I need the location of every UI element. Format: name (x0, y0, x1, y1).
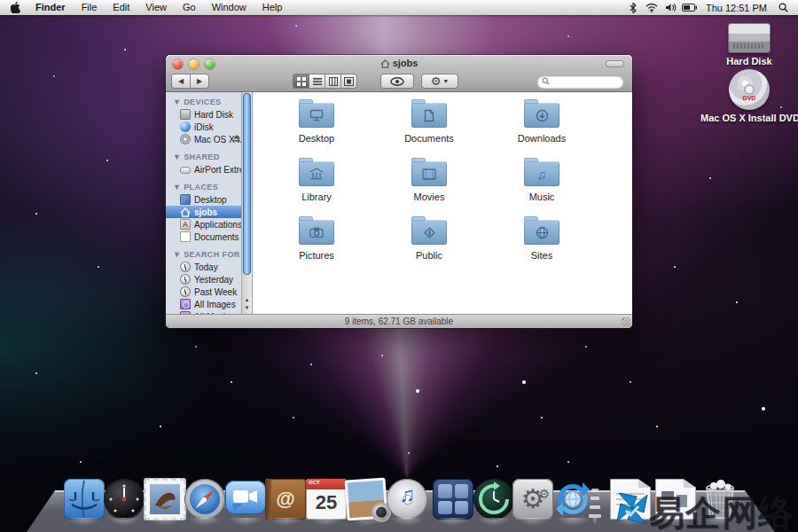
sidebar-item-today[interactable]: Today (166, 261, 242, 273)
eject-icon[interactable] (233, 134, 240, 144)
dock-item-itunes[interactable]: ♫ (387, 479, 427, 520)
library-folder-icon (299, 161, 334, 186)
desktop-icon-label: Mac OS X Install DVD (700, 113, 798, 123)
dock-item-downloads-stack[interactable] (655, 479, 696, 520)
menu-view[interactable]: View (137, 0, 175, 15)
action-menu-button[interactable]: ⚙▼ (421, 74, 458, 89)
idisk-icon (180, 121, 191, 132)
menu-file[interactable]: File (74, 0, 106, 15)
spotlight-icon[interactable] (776, 0, 791, 15)
sidebar-item-hard-disk[interactable]: Hard Disk (166, 108, 242, 121)
menu-finder[interactable]: Finder (27, 0, 74, 15)
sidebar-item-documents[interactable]: Documents (166, 231, 242, 243)
sidebar-item-label: iDisk (194, 122, 214, 132)
menu-edit[interactable]: Edit (105, 0, 137, 15)
sidebar-item-applications[interactable]: AApplications (166, 218, 242, 231)
volume-icon[interactable] (663, 0, 678, 15)
dock-item-mail[interactable] (145, 479, 185, 520)
sidebar-item-label: Yesterday (194, 275, 233, 285)
desktop-icon-hard-disk[interactable]: Hard Disk (700, 23, 798, 66)
dock-item-address-book[interactable]: @ (265, 479, 306, 520)
column-view-button[interactable] (325, 74, 341, 89)
toolbar-toggle-pill[interactable] (606, 60, 624, 67)
coverflow-view-button[interactable] (340, 74, 357, 89)
dvd-disc-icon: DVD (729, 69, 770, 110)
desktop-icon-install-dvd[interactable]: DVD Mac OS X Install DVD (700, 69, 798, 123)
folder-public[interactable]: Public (387, 216, 472, 261)
status-text: 9 items, 62.71 GB available (345, 317, 453, 326)
clock-icon (180, 286, 191, 297)
folder-library[interactable]: Library (274, 158, 359, 202)
apple-menu-icon[interactable] (0, 2, 27, 13)
bluetooth-icon[interactable] (626, 0, 641, 15)
sidebar-item-mac-os-x-i-[interactable]: Mac OS X I... (166, 133, 242, 145)
back-button[interactable]: ◀ (171, 74, 191, 89)
search-input[interactable] (537, 75, 623, 88)
view-mode-segmented-control (293, 74, 357, 89)
quick-look-button[interactable] (380, 74, 414, 89)
sidebar-item-airport-extreme[interactable]: AirPort Extreme (166, 163, 242, 176)
dock-item-ichat[interactable] (225, 479, 266, 520)
folder-label: Pictures (274, 250, 359, 261)
dock-item-system-preferences[interactable]: ⚙⚙ (512, 479, 553, 520)
resize-grip[interactable] (622, 317, 630, 326)
menu-go[interactable]: Go (175, 0, 204, 15)
smart-icon (180, 299, 191, 309)
folder-label: Music (499, 192, 584, 202)
sidebar-section-devices[interactable]: ▼ DEVICES (166, 96, 242, 108)
dock-item-iphoto[interactable] (346, 479, 387, 520)
dock-item-finder[interactable] (64, 479, 105, 520)
dock-item-time-machine[interactable] (473, 479, 514, 520)
scrollbar-arrows[interactable]: ▲▼ (242, 296, 252, 312)
menu-help[interactable]: Help (254, 0, 291, 15)
folder-documents[interactable]: Documents (387, 99, 472, 144)
folder-downloads[interactable]: Downloads (499, 99, 584, 144)
sidebar-item-past-week[interactable]: Past Week (166, 286, 242, 298)
documents-folder-icon (411, 103, 447, 128)
list-view-button[interactable] (309, 74, 325, 89)
eye-icon (390, 77, 404, 86)
sidebar-item-yesterday[interactable]: Yesterday (166, 273, 242, 286)
pictures-folder-icon (299, 220, 334, 245)
folder-sites[interactable]: Sites (499, 216, 584, 261)
toolbar: ◀ ▶ ⚙▼ (166, 71, 632, 91)
dock-item-safari[interactable] (184, 479, 225, 520)
dock-item-ical[interactable]: OCT25 (306, 479, 347, 520)
sidebar-section-search-for[interactable]: ▼ SEARCH FOR (166, 248, 242, 261)
dock-item-spaces[interactable] (433, 479, 473, 520)
icon-view-button[interactable] (293, 74, 309, 89)
sidebar-item-idisk[interactable]: iDisk (166, 121, 242, 133)
dock-item-trash[interactable] (700, 479, 740, 520)
sidebar-scrollbar[interactable]: ▲▼ (241, 92, 252, 314)
clock-icon (180, 274, 191, 285)
sidebar-item-all-images[interactable]: All Images (166, 298, 242, 310)
dock-item-documents-stack[interactable] (610, 479, 651, 520)
folder-desktop[interactable]: Desktop (274, 99, 359, 144)
dock: @OCT25♫⚙⚙ (0, 477, 798, 520)
airport-icon (180, 164, 191, 175)
hard-disk-icon (728, 23, 771, 53)
wifi-icon[interactable] (645, 0, 660, 15)
menu-window[interactable]: Window (204, 0, 254, 15)
dock-item-sync[interactable] (552, 479, 593, 520)
forward-button[interactable]: ▶ (190, 74, 209, 89)
window-chrome[interactable]: sjobs ◀ ▶ (166, 55, 632, 91)
dock-item-dashboard[interactable] (104, 479, 145, 520)
menu-bar-status-area: Thu 12:51 PM (626, 0, 798, 15)
scrollbar-thumb[interactable] (243, 93, 251, 275)
battery-icon[interactable] (682, 0, 697, 15)
music-folder-icon: ♫ (524, 161, 559, 186)
sidebar-section-shared[interactable]: ▼ SHARED (166, 151, 242, 163)
menu-bar-clock[interactable]: Thu 12:51 PM (700, 3, 772, 13)
appA-icon: A (180, 219, 191, 230)
folder-pictures[interactable]: Pictures (274, 216, 359, 261)
folder-movies[interactable]: Movies (387, 158, 472, 202)
home-icon (180, 207, 191, 217)
menu-bar: FinderFileEditViewGoWindowHelp Thu 12:51… (0, 0, 798, 15)
sidebar-section-places[interactable]: ▼ PLACES (166, 181, 242, 193)
sidebar-item-desktop[interactable]: Desktop (166, 193, 242, 206)
folder-music[interactable]: ♫Music (499, 158, 584, 202)
sidebar-item-sjobs[interactable]: sjobs (166, 206, 252, 218)
sidebar-item-label: Hard Disk (194, 110, 233, 120)
sidebar-list: ▼ DEVICESHard DiskiDiskMac OS X I...▼ SH… (166, 92, 242, 314)
